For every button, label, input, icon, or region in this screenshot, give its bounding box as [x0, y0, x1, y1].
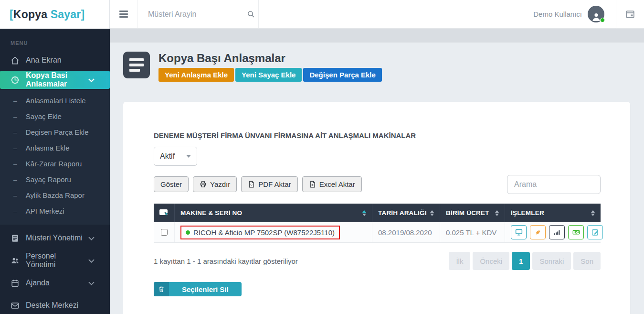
sidebar-item-home[interactable]: Ana Ekran: [0, 51, 110, 70]
sidebar-submenu: Anlasmalari Listele Sayaç Ekle Degisen P…: [0, 90, 110, 225]
sidebar-subitem-counter-report[interactable]: Sayaç Raporu: [0, 172, 110, 187]
sidebar-item-support-center[interactable]: Destek Merkezi: [0, 296, 110, 314]
column-label: İŞLEMLER: [511, 209, 544, 217]
document-icon: [11, 234, 20, 243]
sort-icon: [591, 210, 595, 216]
chevron-down-icon: [87, 76, 96, 85]
customer-search-input[interactable]: [148, 10, 247, 19]
sidebar-item-label: Personel Yönetimi: [26, 252, 87, 269]
pagination-last-button[interactable]: Son: [573, 252, 601, 270]
chevron-down-icon: [87, 279, 96, 288]
subitem-label: Degisen Parça Ekle: [26, 128, 89, 136]
envelope-icon: [11, 301, 20, 310]
pagination: İlk Önceki 1 Sonraki Son: [449, 252, 601, 270]
new-counter-button[interactable]: Yeni Sayaç Ekle: [235, 68, 302, 82]
people-icon: [11, 256, 20, 265]
row-checkbox[interactable]: [161, 229, 168, 236]
logo-secondary: Sayar: [51, 8, 81, 21]
print-button[interactable]: Yazdır: [193, 176, 237, 192]
button-label: Göster: [160, 180, 182, 188]
sidebar: [Kopya Sayar] MENU Ana Ekran Kopya Basi …: [0, 0, 110, 314]
payment-action-button[interactable]: [568, 225, 584, 239]
sidebar-item-label: Destek Merkezi: [26, 301, 78, 310]
column-label: BİRİM ÜCRET: [446, 209, 489, 217]
online-status-dot: [600, 18, 605, 22]
sidebar-item-personnel-management[interactable]: Personel Yönetimi: [0, 251, 110, 270]
sidebar-item-copy-agreements[interactable]: Kopya Basi Anlasmalar: [0, 71, 110, 89]
sort-icon: [430, 210, 434, 216]
plug-action-button[interactable]: [530, 225, 546, 239]
calendar-icon: [11, 279, 20, 288]
monitor-action-button[interactable]: [511, 225, 527, 239]
chevron-down-icon: [87, 256, 96, 265]
column-header-machine[interactable]: MAKİNE & SERİ NO: [175, 204, 372, 222]
sidebar-subitem-api-center[interactable]: API Merkezi: [0, 203, 110, 219]
pagination-first-button[interactable]: İlk: [449, 252, 470, 270]
subitem-label: Anlasmalari Listele: [26, 97, 86, 105]
table-footer: 1 kayıttan 1 - 1 arasındaki kayıtlar gös…: [154, 252, 601, 270]
brand-logo[interactable]: [Kopya Sayar]: [0, 0, 110, 29]
pdf-export-button[interactable]: PDF Aktar: [241, 176, 297, 192]
app-window: [Kopya Sayar] MENU Ana Ekran Kopya Basi …: [0, 0, 644, 314]
sidebar-item-label: Kopya Basi Anlasmalar: [26, 71, 87, 88]
edit-icon: [591, 228, 600, 237]
logo-bracket-right: ]: [81, 8, 84, 21]
column-header-date-range[interactable]: TARİH ARALIĞI: [372, 204, 440, 222]
show-button[interactable]: Göster: [154, 176, 189, 192]
machine-highlight-box[interactable]: RICOH & Aficio MP 7502SP (W87522J5110): [180, 226, 340, 239]
column-label: TARİH ARALIĞI: [378, 209, 427, 217]
unit-price-cell: 0.025 TL + KDV: [440, 222, 505, 242]
printer-icon: [200, 181, 207, 188]
delete-selected-button[interactable]: Seçilenleri Sil: [154, 282, 242, 296]
report-action-button[interactable]: [549, 225, 565, 239]
pagination-next-button[interactable]: Sonraki: [532, 252, 571, 270]
user-avatar[interactable]: [588, 6, 604, 22]
pagination-prev-button[interactable]: Önceki: [473, 252, 509, 270]
status-filter-select[interactable]: Aktif: [154, 147, 197, 166]
column-header-actions[interactable]: İŞLEMLER: [505, 204, 601, 222]
right-panel-toggle-button[interactable]: [616, 0, 644, 28]
sidebar-subitem-add-changed-part[interactable]: Degisen Parça Ekle: [0, 124, 110, 140]
column-header-unit-price[interactable]: BİRİM ÜCRET: [440, 204, 505, 222]
new-agreement-button[interactable]: Yeni Anlaşma Ekle: [158, 68, 234, 82]
row-select-cell: [154, 222, 175, 242]
machine-name: RICOH & Aficio MP 7502SP (W87522J5110): [193, 228, 335, 237]
sidebar-subitem-list-agreements[interactable]: Anlasmalari Listele: [0, 93, 110, 108]
sidebar-subitem-add-counter[interactable]: Sayaç Ekle: [0, 108, 110, 124]
pie-chart-icon: [11, 76, 20, 85]
monitor-icon: [515, 228, 523, 237]
money-icon: [572, 228, 581, 237]
excel-export-button[interactable]: Excel Aktar: [302, 176, 362, 192]
page-list-icon: [123, 52, 150, 78]
sidebar-toggle-button[interactable]: [110, 0, 137, 28]
table-header-row: MAKİNE & SERİ NO TARİH ARALIĞI BİRİM ÜCR…: [154, 204, 601, 222]
search-icon[interactable]: [247, 10, 255, 18]
button-label: Excel Aktar: [319, 180, 355, 188]
new-part-button[interactable]: Değişen Parça Ekle: [303, 68, 381, 82]
card-heading: DENEME MÜŞTERİ FİRMA ÜNVANI FİRMASINA Aİ…: [154, 131, 601, 140]
sidebar-subitem-profit-loss-report[interactable]: Kâr-Zarar Raporu: [0, 156, 110, 172]
table-search-input[interactable]: [507, 175, 601, 194]
main-content: Kopya Başı Anlaşmalar Yeni Anlaşma Ekle …: [110, 43, 644, 314]
sort-icon: [362, 210, 366, 216]
subitem-label: Aylik Bazda Rapor: [26, 191, 84, 199]
bar-chart-icon: [553, 228, 561, 237]
brand-logo-text: [Kopya Sayar]: [10, 8, 84, 21]
sidebar-subitem-add-agreement[interactable]: Anlasma Ekle: [0, 140, 110, 156]
button-label: Yazdır: [210, 180, 230, 188]
pagination-page-1-button[interactable]: 1: [512, 252, 530, 270]
select-all-icon: [159, 208, 169, 217]
excel-file-icon: [309, 181, 316, 188]
edit-action-button[interactable]: [587, 225, 603, 239]
sort-icon: [495, 210, 499, 216]
machines-card: DENEME MÜŞTERİ FİRMA ÜNVANI FİRMASINA Aİ…: [123, 102, 630, 314]
sidebar-subitem-monthly-report[interactable]: Aylik Bazda Rapor: [0, 187, 110, 203]
home-icon: [11, 56, 20, 65]
column-label: MAKİNE & SERİ NO: [180, 209, 242, 217]
subitem-label: API Merkezi: [26, 207, 64, 215]
sidebar-item-agenda[interactable]: Ajanda: [0, 273, 110, 292]
table-row: RICOH & Aficio MP 7502SP (W87522J5110) 0…: [154, 222, 601, 243]
machine-cell: RICOH & Aficio MP 7502SP (W87522J5110): [175, 222, 372, 242]
sidebar-item-customer-management[interactable]: Müsteri Yönetimi: [0, 228, 110, 248]
select-all-header[interactable]: [154, 204, 175, 222]
